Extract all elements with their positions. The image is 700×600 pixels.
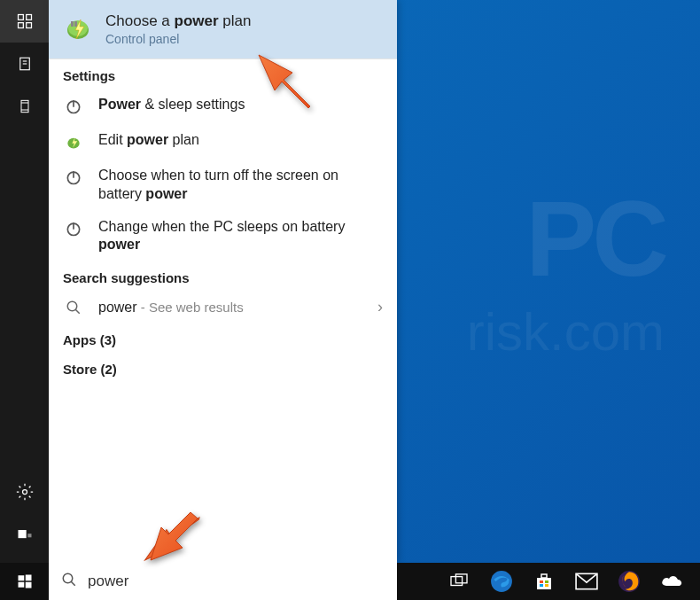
power-plan-icon <box>63 12 93 43</box>
result-label: Choose when to turn off the screen on ba… <box>98 167 383 204</box>
chevron-right-icon: › <box>377 298 383 316</box>
svg-line-31 <box>71 581 75 586</box>
firefox-icon[interactable] <box>608 563 650 600</box>
svg-rect-36 <box>541 574 547 578</box>
svg-rect-39 <box>540 584 543 587</box>
search-results-panel: Choose a power plan Control panel Settin… <box>49 0 397 563</box>
result-label: Edit power plan <box>98 131 199 150</box>
onedrive-icon[interactable] <box>650 563 693 600</box>
plug-icon <box>63 131 84 152</box>
side-icon-apps[interactable] <box>0 85 49 128</box>
svg-rect-0 <box>18 15 23 20</box>
svg-rect-40 <box>545 584 548 587</box>
power-icon <box>63 218 84 239</box>
edge-browser-icon[interactable] <box>480 563 523 600</box>
settings-result-edit-plan[interactable]: Edit power plan <box>49 124 397 160</box>
store-icon[interactable] <box>523 563 565 600</box>
settings-result-pc-sleeps[interactable]: Change when the PC sleeps on battery pow… <box>49 211 397 262</box>
svg-rect-29 <box>25 582 31 588</box>
search-input[interactable] <box>88 573 385 590</box>
start-button[interactable] <box>0 563 49 600</box>
suggestion-text: power - See web results <box>98 300 377 316</box>
svg-rect-37 <box>540 581 543 583</box>
best-match-title: Choose a power plan <box>105 12 251 30</box>
search-icon <box>63 300 84 316</box>
svg-rect-11 <box>18 530 26 538</box>
task-view-button[interactable] <box>438 563 480 600</box>
svg-rect-38 <box>545 581 548 583</box>
section-header-store[interactable]: Store (2) <box>49 353 397 382</box>
svg-point-30 <box>63 573 73 583</box>
svg-rect-28 <box>18 582 24 588</box>
section-header-apps[interactable]: Apps (3) <box>49 323 397 353</box>
power-icon <box>63 167 84 188</box>
result-label: Change when the PC sleeps on battery pow… <box>98 218 383 255</box>
svg-rect-32 <box>451 577 463 586</box>
best-match-result[interactable]: Choose a power plan Control panel <box>49 0 397 59</box>
svg-rect-7 <box>21 100 28 112</box>
svg-point-24 <box>67 301 77 311</box>
side-icon-feedback[interactable] <box>0 513 49 556</box>
search-icon <box>61 572 77 591</box>
svg-rect-33 <box>455 574 467 583</box>
section-header-suggestions: Search suggestions <box>49 261 397 291</box>
svg-rect-2 <box>18 23 23 28</box>
side-icon-documents[interactable] <box>0 43 49 85</box>
taskbar-search-box[interactable] <box>49 563 397 600</box>
watermark-text: risk.com <box>467 301 665 362</box>
svg-rect-35 <box>537 578 551 589</box>
power-icon <box>63 96 84 117</box>
cortana-side-rail <box>0 0 49 563</box>
svg-rect-27 <box>25 575 31 581</box>
settings-result-screen-off[interactable]: Choose when to turn off the screen on ba… <box>49 160 397 211</box>
side-icon-settings[interactable] <box>0 471 49 513</box>
svg-line-25 <box>75 309 80 314</box>
svg-rect-15 <box>71 21 74 27</box>
settings-result-power-sleep[interactable]: Power & sleep settings <box>49 89 397 124</box>
svg-rect-3 <box>26 23 31 28</box>
side-icon-home[interactable] <box>0 0 49 43</box>
taskbar <box>0 563 700 600</box>
svg-rect-26 <box>18 575 24 581</box>
watermark-logo: PC <box>525 177 665 300</box>
svg-rect-1 <box>26 15 31 20</box>
web-suggestion[interactable]: power - See web results › <box>49 291 397 323</box>
svg-rect-16 <box>74 21 77 27</box>
section-header-settings: Settings <box>49 59 397 89</box>
best-match-subtitle: Control panel <box>105 32 251 46</box>
result-label: Power & sleep settings <box>98 96 245 114</box>
mail-icon[interactable] <box>565 563 608 600</box>
svg-rect-12 <box>27 534 31 537</box>
svg-point-10 <box>22 490 27 495</box>
